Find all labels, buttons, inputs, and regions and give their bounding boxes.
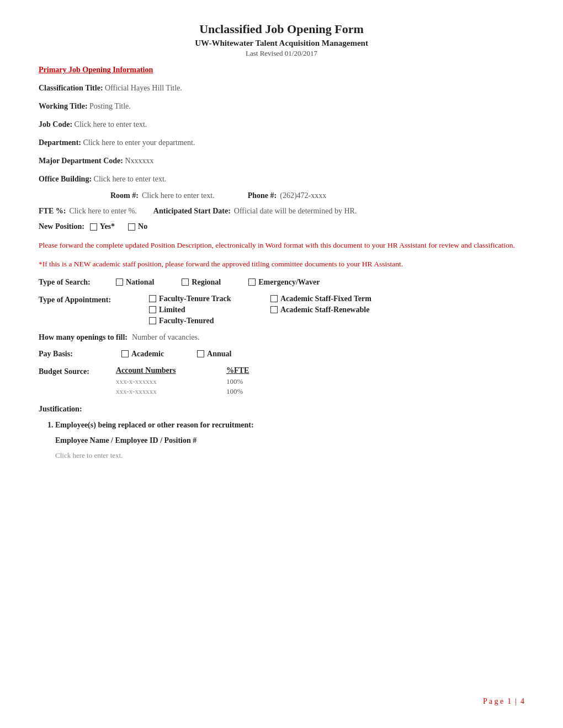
budget-data-row-1: xxx-x-xxxxxx 100%: [116, 377, 270, 386]
appointment-options-left: Faculty-Tenure Track Limited Faculty-Ten…: [149, 295, 270, 325]
room-field: Room #: Click here to enter text.: [110, 191, 215, 200]
openings-row: How many openings to fill: Number of vac…: [39, 333, 524, 342]
budget-fte-2: 100%: [226, 387, 270, 396]
new-position-row: New Position: Yes* No: [39, 222, 524, 231]
type-of-appointment-row: Type of Appointment: Faculty-Tenure Trac…: [39, 295, 524, 325]
phone-field: Phone #: (262)472-xxxx: [248, 191, 327, 200]
search-emergency-label: Emergency/Waver: [258, 278, 320, 287]
new-position-no-label: No: [138, 222, 147, 231]
page-total: 4: [520, 697, 524, 705]
search-national-checkbox[interactable]: [116, 279, 123, 286]
page-title: Unclassified Job Opening Form: [39, 22, 524, 36]
justification-title: Justification:: [39, 405, 524, 414]
new-position-yes-label: Yes*: [100, 222, 115, 231]
budget-col-fte-header: %FTE: [226, 366, 270, 375]
appt-faculty-tenure-checkbox[interactable]: [149, 295, 156, 302]
appt-faculty-tenured-label: Faculty-Tenured: [159, 317, 214, 325]
justification-item-1-sub: Employee Name / Employee ID / Position #: [55, 435, 524, 447]
appt-academic-fixed-checkbox[interactable]: [270, 295, 278, 302]
section-link-primary[interactable]: Primary Job Opening Information: [39, 66, 524, 74]
appt-academic-renewable[interactable]: Academic Staff-Renewable: [270, 306, 371, 314]
job-code-value: Click here to enter text.: [75, 120, 147, 129]
budget-header: Account Numbers %FTE: [116, 366, 270, 375]
new-position-no-option[interactable]: No: [128, 222, 147, 231]
type-of-search-label: Type of Search:: [39, 278, 116, 287]
pay-basis-label: Pay Basis:: [39, 350, 105, 358]
search-regional-checkbox[interactable]: [182, 279, 189, 286]
room-phone-row: Room #: Click here to enter text. Phone …: [39, 191, 524, 200]
working-title-label: Working Title:: [39, 102, 88, 110]
pay-basis-academic-label: Academic: [131, 350, 164, 358]
openings-label: How many openings to fill:: [39, 333, 128, 342]
search-emergency-checkbox[interactable]: [248, 279, 256, 286]
room-value: Click here to enter text.: [142, 191, 215, 200]
classification-title-value-text: Official Hayes Hill Title.: [105, 84, 182, 92]
department-row: Department: Click here to enter your dep…: [39, 137, 524, 148]
fte-label: FTE %:: [39, 207, 66, 216]
appt-academic-fixed-label: Academic Staff-Fixed Term: [280, 295, 371, 303]
budget-fte-1: 100%: [226, 377, 270, 386]
department-label: Department:: [39, 138, 81, 147]
notice-2: *If this is a NEW academic staff positio…: [39, 259, 524, 270]
budget-data-row-2: xxx-x-xxxxxx 100%: [116, 387, 270, 396]
major-dept-row: Major Department Code: Nxxxxxx: [39, 155, 524, 167]
working-title-row: Working Title: Posting Title.: [39, 100, 524, 112]
appt-academic-fixed[interactable]: Academic Staff-Fixed Term: [270, 295, 371, 303]
search-regional-label: Regional: [192, 278, 221, 287]
budget-source-section: Budget Source: Account Numbers %FTE xxx-…: [39, 366, 524, 397]
appt-faculty-tenured[interactable]: Faculty-Tenured: [149, 317, 270, 325]
fte-field: FTE %: Click here to enter %.: [39, 207, 137, 216]
type-of-search-row: Type of Search: National Regional Emerge…: [39, 278, 524, 287]
working-title-value: Posting Title.: [89, 102, 131, 110]
new-position-label: New Position:: [39, 222, 84, 231]
job-code-row: Job Code: Click here to enter text.: [39, 119, 524, 130]
page-footer: P a g e 1 | 4: [483, 697, 524, 706]
office-building-label: Office Building:: [39, 175, 92, 183]
phone-label: Phone #:: [248, 191, 277, 200]
type-of-appointment-label: Type of Appointment:: [39, 295, 149, 304]
appt-limited-checkbox[interactable]: [149, 306, 156, 313]
fte-value: Click here to enter %.: [69, 207, 136, 216]
pay-basis-annual-checkbox[interactable]: [197, 350, 204, 357]
openings-value: Number of vacancies.: [132, 333, 199, 342]
search-emergency[interactable]: Emergency/Waver: [248, 278, 320, 287]
major-dept-label: Major Department Code:: [39, 157, 123, 165]
budget-table: Account Numbers %FTE xxx-x-xxxxxx 100% x…: [116, 366, 270, 397]
new-position-yes-option[interactable]: Yes*: [90, 222, 115, 231]
appt-limited[interactable]: Limited: [149, 306, 270, 314]
appt-faculty-tenure[interactable]: Faculty-Tenure Track: [149, 295, 270, 303]
page-revised: Last Revised 01/20/2017: [39, 49, 524, 58]
appointment-options-right: Academic Staff-Fixed Term Academic Staff…: [270, 295, 371, 314]
pay-basis-row: Pay Basis: Academic Annual: [39, 350, 524, 358]
appt-limited-label: Limited: [159, 306, 185, 314]
page-footer-text: P a g e 1 | 4: [483, 697, 524, 705]
search-national[interactable]: National: [116, 278, 154, 287]
appt-academic-renewable-checkbox[interactable]: [270, 306, 278, 313]
classification-title-row: Classification Title: Official Hayes Hil…: [39, 82, 524, 94]
justification-item-1-placeholder: Click here to enter text.: [55, 450, 524, 462]
page-num: 1: [507, 697, 511, 705]
budget-row: Budget Source: Account Numbers %FTE xxx-…: [39, 366, 524, 397]
budget-account-1: xxx-x-xxxxxx: [116, 377, 226, 386]
anticipated-value: Official date will be determined by HR.: [234, 207, 357, 216]
appt-faculty-tenure-label: Faculty-Tenure Track: [159, 295, 231, 303]
classification-title-label: Classification Title:: [39, 84, 103, 92]
pay-basis-academic-checkbox[interactable]: [121, 350, 129, 357]
budget-source-label: Budget Source:: [39, 366, 116, 376]
pay-basis-annual[interactable]: Annual: [197, 350, 231, 358]
department-value: Click here to enter your department.: [83, 138, 195, 147]
search-national-label: National: [126, 278, 154, 287]
phone-value: (262)472-xxxx: [280, 191, 326, 200]
fte-anticipated-row: FTE %: Click here to enter %. Anticipate…: [39, 207, 524, 216]
search-regional[interactable]: Regional: [182, 278, 221, 287]
new-position-no-checkbox[interactable]: [128, 223, 135, 231]
office-building-row: Office Building: Click here to enter tex…: [39, 173, 524, 185]
appt-faculty-tenured-checkbox[interactable]: [149, 317, 156, 324]
justification-item-1: Employee(s) being replaced or other reas…: [55, 419, 524, 462]
pay-basis-academic[interactable]: Academic: [121, 350, 164, 358]
office-building-value: Click here to enter text.: [94, 175, 167, 183]
notice-1: Please forward the complete updated Posi…: [39, 240, 524, 251]
anticipated-field: Anticipated Start Date: Official date wi…: [153, 207, 357, 216]
room-label: Room #:: [110, 191, 139, 200]
new-position-yes-checkbox[interactable]: [90, 223, 97, 231]
